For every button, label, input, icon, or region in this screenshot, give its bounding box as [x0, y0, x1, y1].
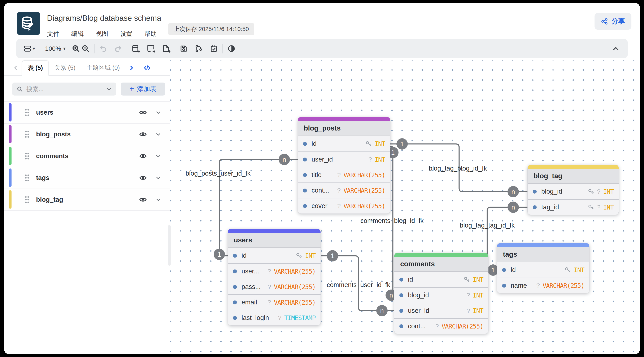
zoom-out-button[interactable] — [81, 43, 90, 54]
field-row-name[interactable]: name?VARCHAR(255) — [497, 278, 589, 293]
field-dot-icon — [399, 309, 403, 313]
search-table-combobox[interactable] — [12, 82, 116, 95]
field-row-tag_id[interactable]: tag_id?INT — [528, 199, 619, 215]
drag-handle-icon[interactable] — [24, 130, 30, 138]
drag-handle-icon[interactable] — [24, 108, 30, 117]
primary-key-icon — [564, 267, 571, 273]
field-type: INT — [603, 188, 614, 195]
tab-subject-areas[interactable]: 主题区域 (0) — [81, 60, 125, 75]
field-row-user_id[interactable]: user_id?INT — [394, 303, 488, 318]
eye-icon[interactable] — [139, 153, 147, 159]
drag-handle-icon[interactable] — [24, 174, 30, 182]
tab-relationships[interactable]: 关系 (5) — [49, 60, 81, 75]
table-header: users — [228, 233, 320, 248]
eye-icon[interactable] — [139, 131, 147, 137]
zoom-level-button[interactable]: 100% ▾ — [43, 43, 66, 54]
search-input[interactable] — [26, 86, 106, 93]
share-icon — [601, 18, 608, 25]
chevron-down-icon[interactable] — [106, 86, 112, 92]
drag-handle-icon[interactable] — [24, 152, 30, 160]
share-button[interactable]: 分享 — [594, 13, 632, 30]
collapse-toolbar-button[interactable] — [611, 43, 620, 54]
nullable-mark: ? — [536, 282, 540, 289]
field-row-user[interactable]: user...?VARCHAR(255) — [228, 263, 320, 279]
zoom-level: 100% — [45, 45, 61, 52]
field-type: INT — [374, 156, 385, 163]
undo-button[interactable] — [98, 43, 108, 54]
field-dot-icon — [233, 301, 237, 305]
nullable-mark: ? — [597, 204, 600, 211]
menu-item-edit[interactable]: 编辑 — [71, 29, 84, 38]
canvas-table-blog_posts[interactable]: blog_postsidINTuser_id?INTtitle?VARCHAR(… — [298, 117, 390, 214]
field-row-title[interactable]: title?VARCHAR(255) — [298, 167, 390, 182]
nullable-mark: ? — [467, 292, 470, 299]
zoom-in-button[interactable] — [71, 43, 81, 54]
chevron-down-icon[interactable] — [155, 109, 162, 116]
field-row-blog_id[interactable]: blog_id?INT — [394, 287, 488, 303]
chevron-up-icon — [612, 44, 620, 53]
canvas-table-comments[interactable]: commentsidINTblog_id?INTuser_id?INTcont.… — [394, 253, 488, 334]
chevron-down-icon[interactable] — [155, 175, 162, 181]
chevron-down-icon[interactable] — [155, 131, 162, 137]
chevron-down-icon[interactable] — [155, 197, 162, 203]
add-area-button[interactable] — [146, 43, 156, 54]
table-color-strip — [528, 165, 619, 169]
sidebar-resize-handle[interactable] — [168, 225, 171, 266]
field-row-id[interactable]: idINT — [394, 272, 488, 287]
add-table-button-sidebar[interactable]: + 添加表 — [121, 82, 165, 95]
field-row-email[interactable]: email?VARCHAR(255) — [228, 294, 320, 310]
sidebar-item-blog_tag[interactable]: blog_tag — [4, 189, 170, 211]
add-note-icon — [162, 44, 170, 53]
primary-key-icon — [588, 204, 594, 211]
sidebar-item-tags[interactable]: tags — [4, 167, 170, 189]
field-row-blog_id[interactable]: blog_id?INT — [528, 184, 619, 199]
field-row-pass[interactable]: pass...?VARCHAR(255) — [228, 279, 320, 294]
nullable-mark: ? — [278, 314, 282, 321]
add-table-button[interactable] — [131, 43, 141, 54]
theme-toggle-button[interactable] — [226, 43, 236, 54]
field-dot-icon — [533, 205, 537, 209]
field-dot-icon — [399, 324, 403, 328]
table-color-strip — [298, 117, 390, 121]
menu-item-file[interactable]: 文件 — [47, 29, 60, 38]
primary-key-icon — [365, 140, 372, 147]
field-row-id[interactable]: idINT — [298, 136, 390, 151]
eye-icon[interactable] — [139, 109, 147, 116]
field-row-cover[interactable]: cover?VARCHAR(255) — [298, 198, 390, 214]
chevron-down-icon[interactable] — [155, 153, 162, 159]
field-row-id[interactable]: idINT — [497, 262, 589, 278]
menu-item-help[interactable]: 帮助 — [144, 29, 157, 38]
redo-button[interactable] — [114, 43, 123, 54]
canvas-table-users[interactable]: usersidINTuser...?VARCHAR(255)pass...?VA… — [228, 229, 321, 326]
tabs-scroll-left-button[interactable] — [10, 60, 22, 75]
sidebar-item-comments[interactable]: comments — [4, 145, 170, 167]
nullable-mark: ? — [268, 268, 271, 275]
sidebar-item-users[interactable]: users — [4, 102, 170, 124]
field-row-user_id[interactable]: user_id?INT — [298, 151, 390, 167]
field-dot-icon — [533, 190, 537, 194]
field-row-id[interactable]: idINT — [228, 248, 320, 263]
tab-tables[interactable]: 表 (5) — [22, 60, 49, 76]
chevron-right-icon — [128, 65, 134, 71]
drag-handle-icon[interactable] — [24, 195, 30, 204]
add-note-button[interactable] — [161, 43, 171, 54]
eye-icon[interactable] — [139, 197, 147, 203]
menu-item-view[interactable]: 视图 — [96, 29, 108, 38]
menu-item-settings[interactable]: 设置 — [120, 29, 132, 38]
field-row-last_login[interactable]: last_login?TIMESTAMP — [228, 310, 320, 325]
todo-button[interactable] — [209, 43, 219, 54]
diagram-canvas[interactable]: blog_posts_user_id_fkn1blog_tag_blog_id_… — [170, 60, 640, 354]
eye-icon[interactable] — [139, 175, 147, 181]
relationship-label: blog_tag_tag_id_fk — [460, 222, 515, 229]
layout-button[interactable]: ▾ — [24, 43, 35, 54]
field-row-cont[interactable]: cont...?VARCHAR(255) — [394, 318, 488, 334]
field-row-cont[interactable]: cont...?VARCHAR(255) — [298, 182, 390, 198]
canvas-table-blog_tag[interactable]: blog_tagblog_id?INTtag_id?INT — [528, 165, 619, 215]
sidebar-item-blog_posts[interactable]: blog_posts — [4, 124, 170, 145]
relationships-button[interactable] — [194, 43, 204, 54]
code-view-button[interactable] — [140, 60, 154, 75]
save-button[interactable] — [179, 43, 188, 54]
canvas-table-tags[interactable]: tagsidINTname?VARCHAR(255) — [497, 243, 590, 293]
tabs-scroll-right-button[interactable] — [125, 60, 138, 75]
field-name: title — [312, 171, 322, 179]
